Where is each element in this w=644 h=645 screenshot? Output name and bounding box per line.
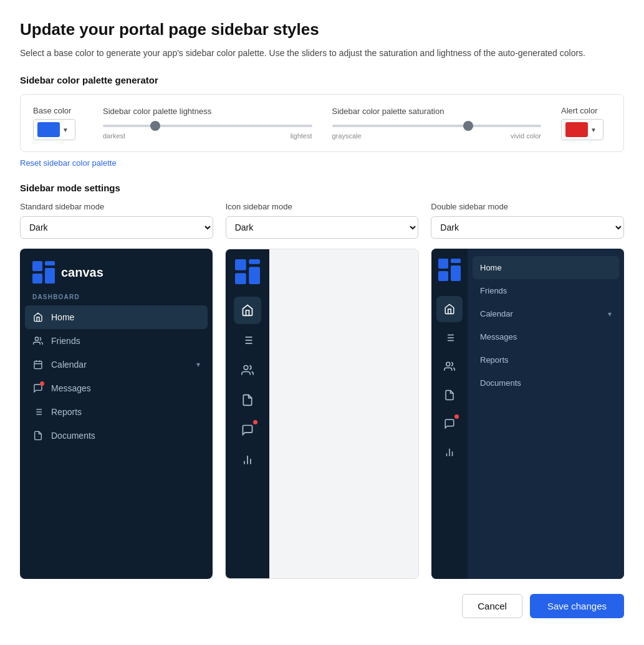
double-nav-reports[interactable] — [436, 439, 463, 466]
icon-nav-list[interactable] — [234, 327, 261, 354]
double-logo — [438, 259, 461, 284]
lightness-label: Sidebar color palette lightness — [103, 107, 312, 116]
calendar-chevron-icon: ▾ — [196, 360, 200, 369]
svg-rect-1 — [45, 261, 55, 265]
std-nav-messages[interactable]: Messages — [20, 376, 213, 400]
footer-buttons: Cancel Save changes — [20, 594, 624, 618]
preview-area: canvas DASHBOARD Home Friends Calendar ▾ — [20, 249, 624, 579]
double-left — [431, 249, 468, 579]
lightness-track[interactable] — [103, 125, 312, 127]
alert-color-swatch — [565, 122, 588, 137]
alert-color-label: Alert color — [561, 106, 611, 115]
icon-nav-docs[interactable] — [234, 386, 261, 414]
alert-color-picker[interactable]: ▼ — [561, 119, 603, 140]
double-nav-friends[interactable] — [436, 353, 463, 380]
saturation-slider-group: Sidebar color palette saturation graysca… — [332, 107, 542, 140]
standard-mode-select[interactable]: Dark Light Auto — [20, 216, 213, 239]
icon-preview — [225, 249, 419, 579]
standard-mode-col: Standard sidebar mode Dark Light Auto — [20, 202, 213, 239]
saturation-min: grayscale — [332, 132, 362, 140]
double-right-messages-label: Messages — [480, 332, 517, 342]
double-right-friends-label: Friends — [480, 286, 507, 295]
std-logo-icon — [32, 261, 55, 284]
std-nav-reports[interactable]: Reports — [20, 400, 213, 424]
double-nav-home[interactable] — [436, 296, 463, 322]
double-mode-select[interactable]: Dark Light Auto — [431, 216, 624, 239]
cancel-button[interactable]: Cancel — [462, 594, 522, 618]
svg-rect-3 — [45, 268, 55, 284]
double-right-home[interactable]: Home — [473, 256, 619, 279]
double-right-calendar-label: Calendar — [480, 309, 513, 318]
svg-point-4 — [35, 337, 38, 340]
saturation-track[interactable] — [332, 125, 542, 127]
double-right-friends[interactable]: Friends — [473, 279, 619, 302]
std-nav-friends[interactable]: Friends — [20, 329, 213, 353]
svg-rect-18 — [249, 267, 260, 284]
std-nav-reports-label: Reports — [51, 407, 82, 417]
saturation-thumb[interactable] — [463, 121, 473, 131]
double-calendar-chevron-icon: ▾ — [608, 310, 612, 318]
icon-mode-label: Icon sidebar mode — [226, 202, 419, 211]
std-dashboard-label: DASHBOARD — [20, 294, 213, 305]
svg-rect-2 — [32, 274, 42, 284]
base-color-picker[interactable]: ▼ — [33, 119, 75, 140]
double-nav-docs[interactable] — [436, 382, 463, 408]
svg-rect-5 — [34, 361, 42, 369]
double-right-messages[interactable]: Messages — [473, 325, 619, 348]
saturation-label: Sidebar color palette saturation — [332, 107, 542, 116]
icon-nav-friends[interactable] — [234, 356, 261, 384]
double-mode-col: Double sidebar mode Dark Light Auto — [431, 202, 624, 239]
saturation-max: vivid color — [511, 132, 541, 140]
alert-color-group: Alert color ▼ — [561, 106, 611, 140]
mode-columns: Standard sidebar mode Dark Light Auto Ic… — [20, 202, 624, 239]
double-nav-list[interactable] — [436, 325, 463, 351]
messages-notification-dot — [40, 381, 44, 386]
std-nav-calendar-label: Calendar — [51, 360, 87, 370]
base-color-group: Base color ▼ — [33, 106, 83, 140]
calendar-icon — [32, 359, 44, 370]
reset-palette-link[interactable]: Reset sidebar color palette — [20, 158, 117, 168]
svg-rect-0 — [32, 261, 42, 271]
svg-point-39 — [446, 362, 450, 366]
icon-logo — [235, 259, 260, 284]
std-nav-messages-label: Messages — [51, 383, 91, 393]
double-nav-messages[interactable] — [436, 411, 463, 437]
palette-generator: Base color ▼ Sidebar color palette light… — [20, 94, 624, 152]
documents-icon — [32, 430, 44, 441]
std-nav-calendar[interactable]: Calendar ▾ — [20, 353, 213, 376]
double-mode-label: Double sidebar mode — [431, 202, 624, 211]
reports-icon — [32, 406, 44, 418]
svg-rect-17 — [235, 273, 246, 284]
icon-nav-home[interactable] — [234, 297, 261, 324]
page-subtitle: Select a base color to generate your app… — [20, 47, 624, 60]
base-color-label: Base color — [33, 106, 83, 115]
double-right-calendar[interactable]: Calendar ▾ — [473, 302, 619, 325]
std-nav-home-label: Home — [51, 312, 74, 322]
std-logo-text: canvas — [61, 265, 103, 280]
svg-rect-29 — [438, 259, 448, 269]
double-right-reports[interactable]: Reports — [473, 348, 619, 371]
std-nav-documents[interactable]: Documents — [20, 424, 213, 447]
double-right-documents[interactable]: Documents — [473, 371, 619, 394]
save-button[interactable]: Save changes — [530, 594, 624, 618]
svg-rect-32 — [451, 265, 461, 281]
lightness-thumb[interactable] — [150, 121, 160, 131]
double-right: Home Friends Calendar ▾ Messages Reports… — [468, 249, 624, 579]
svg-rect-30 — [451, 259, 461, 263]
double-sidebar-layout: Home Friends Calendar ▾ Messages Reports… — [431, 249, 624, 579]
svg-rect-15 — [235, 259, 246, 270]
svg-point-25 — [244, 366, 248, 370]
std-nav-home[interactable]: Home — [25, 305, 208, 329]
lightness-max: lightest — [291, 132, 312, 140]
standard-mode-label: Standard sidebar mode — [20, 202, 213, 211]
double-preview: Home Friends Calendar ▾ Messages Reports… — [431, 249, 624, 579]
std-nav-documents-label: Documents — [51, 431, 95, 441]
svg-rect-31 — [438, 271, 448, 281]
sidebar-mode-section: Sidebar mode settings Standard sidebar m… — [20, 183, 624, 239]
lightness-min: darkest — [103, 132, 125, 140]
icon-mode-select[interactable]: Dark Light Auto — [226, 216, 419, 239]
palette-section-title: Sidebar color palette generator — [20, 75, 624, 85]
icon-nav-reports[interactable] — [234, 446, 261, 474]
icon-sidebar-layout — [226, 249, 418, 578]
icon-nav-messages[interactable] — [234, 416, 261, 444]
